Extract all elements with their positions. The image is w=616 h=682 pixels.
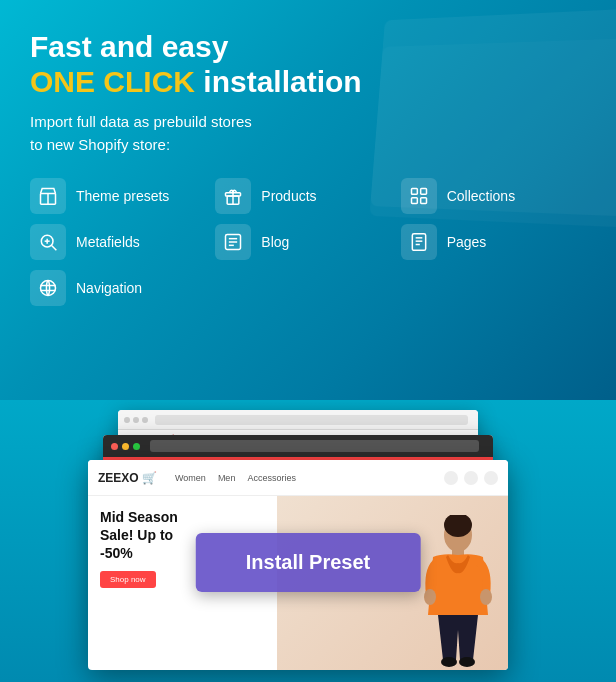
nav-men: Men (218, 473, 236, 483)
nav-icon (30, 270, 66, 306)
browser-nav: Women Men Accessories (175, 473, 296, 483)
feature-products: Products (215, 178, 400, 214)
svg-line-10 (51, 245, 56, 250)
install-preset-button[interactable]: Install Preset (196, 533, 421, 592)
hero-btn[interactable]: Shop now (100, 571, 156, 588)
top-section: Fast and easy ONE CLICK installation Imp… (0, 0, 616, 400)
feature-theme-presets: Theme presets (30, 178, 215, 214)
svg-rect-6 (420, 189, 426, 195)
svg-rect-17 (412, 234, 425, 251)
feature-label-pages: Pages (447, 234, 487, 250)
feature-label-theme-presets: Theme presets (76, 188, 169, 204)
store-icon (30, 178, 66, 214)
browser-icons (444, 471, 498, 485)
gift-icon (215, 178, 251, 214)
grid-icon (401, 178, 437, 214)
blog-icon (215, 224, 251, 260)
svg-point-30 (459, 657, 475, 667)
svg-rect-7 (411, 198, 417, 204)
headline-rest: installation (195, 65, 362, 98)
feature-label-metafields: Metafields (76, 234, 140, 250)
feature-label-products: Products (261, 188, 316, 204)
bottom-section: ZEEXO🛒 (0, 400, 616, 682)
feature-label-collections: Collections (447, 188, 515, 204)
feature-metafields: Metafields (30, 224, 215, 260)
feature-pages: Pages (401, 224, 586, 260)
brand-front: ZEEXO 🛒 (98, 471, 157, 485)
svg-point-28 (480, 589, 492, 605)
feature-label-navigation: Navigation (76, 280, 142, 296)
subheadline-line1: Import full data as prebuild stores (30, 113, 252, 130)
subheadline: Import full data as prebuild stores to n… (30, 111, 586, 156)
svg-point-21 (41, 281, 56, 296)
feature-label-blog: Blog (261, 234, 289, 250)
browser-topbar: ZEEXO 🛒 Women Men Accessories (88, 460, 508, 496)
pages-icon (401, 224, 437, 260)
nav-accessories: Accessories (247, 473, 296, 483)
nav-women: Women (175, 473, 206, 483)
svg-rect-5 (411, 189, 417, 195)
headline-accent: ONE CLICK (30, 65, 195, 98)
svg-point-29 (441, 657, 457, 667)
svg-rect-8 (420, 198, 426, 204)
feature-collections: Collections (401, 178, 586, 214)
svg-point-27 (424, 589, 436, 605)
subheadline-line2: to new Shopify store: (30, 136, 170, 153)
features-grid: Theme presets Products Collections Metaf… (30, 178, 586, 306)
feature-navigation: Navigation (30, 270, 215, 306)
feature-blog: Blog (215, 224, 400, 260)
metafields-icon (30, 224, 66, 260)
